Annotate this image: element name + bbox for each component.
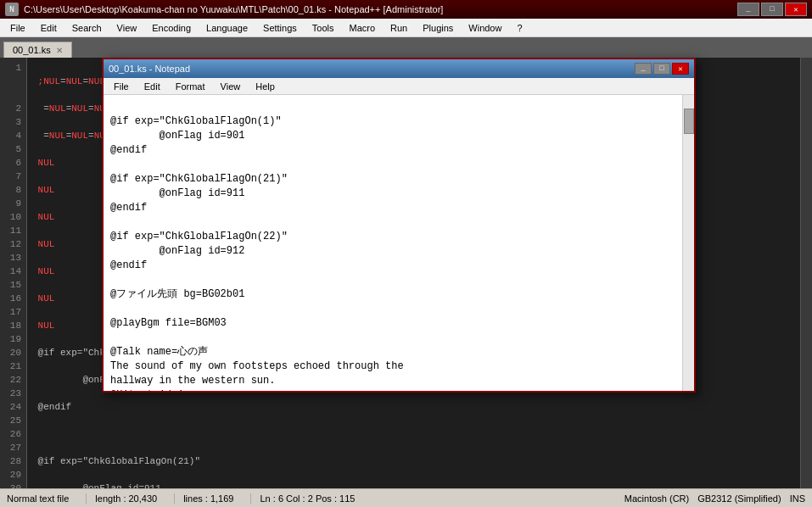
line-numbers: 1 2 3 4 5 6 7 8 9 10 11 12 13 14 15 16 1… [0,58,27,488]
menu-tools[interactable]: Tools [305,21,341,35]
close-button[interactable]: ✕ [785,3,807,16]
notepad-menu-help[interactable]: Help [249,81,282,92]
notepad-title-controls: _ □ ✕ [635,63,689,75]
title-bar-controls: _ □ ✕ [737,3,807,16]
status-bar: Normal text file length : 20,430 lines :… [0,488,812,507]
status-file-type: Normal text file [7,493,69,504]
menu-plugins[interactable]: Plugins [416,21,460,35]
menu-language[interactable]: Language [199,21,255,35]
notepad-menu-view[interactable]: View [214,81,248,92]
status-right: Macintosh (CR) GB2312 (Simplified) INS [624,493,805,504]
status-length: length : 20,430 [86,493,157,504]
notepad-window: 00_01.ks - Notepad _ □ ✕ File Edit Forma… [102,58,696,393]
notepad-scroll-thumb[interactable] [684,109,694,134]
notepad-maximize-button[interactable]: □ [653,63,670,75]
notepad-content: @if exp="ChkGlobalFlagOn(1)" @onFlag id=… [104,95,694,391]
status-left: Normal text file length : 20,430 lines :… [7,493,355,504]
tab-close-icon[interactable]: ✕ [56,46,63,55]
status-encoding: GB2312 (Simplified) [697,493,781,504]
notepad-close-button[interactable]: ✕ [672,63,689,75]
menu-encoding[interactable]: Encoding [145,21,198,35]
menu-bar: File Edit Search View Encoding Language … [0,19,812,37]
vertical-scrollbar[interactable] [800,58,812,488]
editor-container: 1 2 3 4 5 6 7 8 9 10 11 12 13 14 15 16 1… [0,58,812,488]
notepad-scrollbar[interactable] [682,95,694,391]
status-lines: lines : 1,169 [174,493,233,504]
notepad-menu-edit[interactable]: Edit [137,81,167,92]
menu-edit[interactable]: Edit [34,21,64,35]
notepad-title-text: 00_01.ks - Notepad [109,64,190,74]
notepad-text-area[interactable]: @if exp="ChkGlobalFlagOn(1)" @onFlag id=… [104,95,682,391]
menu-view[interactable]: View [110,21,144,35]
code-line-11: @endif [32,400,795,414]
menu-settings[interactable]: Settings [256,21,304,35]
title-bar: N C:\Users\User\Desktop\Koakuma-chan no … [0,0,812,19]
status-line-ending: Macintosh (CR) [624,493,689,504]
title-bar-text: C:\Users\User\Desktop\Koakuma-chan no Yu… [24,4,443,14]
code-line-12 [32,427,795,441]
notepad-menu-file[interactable]: File [107,81,136,92]
menu-help[interactable]: ? [510,21,529,35]
notepad-menu-bar: File Edit Format View Help [104,78,694,95]
minimize-button[interactable]: _ [737,3,759,16]
menu-macro[interactable]: Macro [342,21,382,35]
menu-search[interactable]: Search [65,21,109,35]
menu-run[interactable]: Run [384,21,414,35]
tab-label: 00_01.ks [13,45,51,55]
title-bar-left: N C:\Users\User\Desktop\Koakuma-chan no … [5,3,443,16]
restore-button[interactable]: □ [761,3,783,16]
tab-bar: 00_01.ks ✕ [0,37,812,58]
notepad-minimize-button[interactable]: _ [635,63,652,75]
app-icon: N [5,3,19,16]
tab-00-01-ks[interactable]: 00_01.ks ✕ [3,42,72,58]
code-line-14: @onFlag id=911 [32,482,795,488]
menu-file[interactable]: File [3,21,32,35]
notepad-menu-format[interactable]: Format [169,81,212,92]
notepad-title-bar: 00_01.ks - Notepad _ □ ✕ [104,59,694,78]
code-line-13: @if exp="ChkGlobalFlagOn(21)" [32,454,795,468]
status-position: Ln : 6 Col : 2 Pos : 115 [250,493,355,504]
menu-window[interactable]: Window [462,21,508,35]
status-ins: INS [790,493,805,504]
